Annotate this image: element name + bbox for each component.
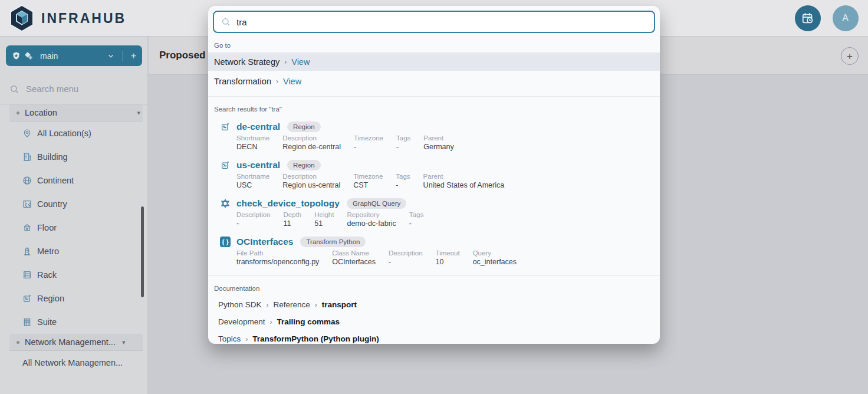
attribute-value: - (396, 143, 410, 151)
country-map-icon (22, 199, 32, 209)
attribute-value: Region us-central (282, 181, 340, 189)
attribute-value: 10 (436, 258, 460, 266)
documentation-link[interactable]: Topics›TransformPython (Python plugin) (218, 334, 660, 343)
result-attribute: Shortname DECN (236, 134, 269, 151)
attribute-value: Germany (423, 143, 453, 151)
documentation-section: Python SDK›Reference›transportDevelopmen… (208, 300, 660, 343)
sidebar-item[interactable]: All Network Managemen... (9, 351, 143, 375)
result-attribute: Tags - (396, 173, 410, 189)
result-title[interactable]: us-central (236, 160, 280, 170)
avatar-initial: A (842, 13, 849, 24)
doc-breadcrumb-segment: Topics (218, 334, 241, 343)
goto-row[interactable]: Network Strategy › View (208, 52, 660, 71)
region-image-icon (22, 294, 32, 303)
chevron-right-icon: › (315, 301, 317, 309)
attribute-label: Tags (396, 173, 410, 180)
attribute-value: - (354, 143, 383, 151)
attribute-label: Repository (347, 211, 396, 218)
add-button[interactable]: + (841, 47, 859, 65)
global-search-input[interactable] (236, 17, 647, 27)
result-title[interactable]: OCInterfaces (236, 237, 293, 247)
result-kind-badge: Region (287, 160, 320, 170)
result-attribute: Query oc_interfaces (473, 249, 517, 266)
sidebar-item-label: Rack (37, 270, 57, 280)
sidebar-scrollbar[interactable] (141, 206, 144, 297)
sidebar-item[interactable]: All Location(s) (9, 122, 143, 145)
schedule-button[interactable] (795, 5, 821, 31)
result-attribute: Description Region us-central (282, 173, 340, 189)
sidebar-item[interactable]: Continent (9, 169, 143, 192)
attribute-label: Query (473, 249, 517, 257)
git-branch-icon (24, 51, 33, 60)
sidebar-item[interactable]: Floor (9, 216, 143, 239)
caret-down-icon: ▾ (137, 109, 140, 117)
attribute-label: Description (389, 249, 423, 257)
attribute-label: Shortname (236, 134, 269, 142)
attribute-label: Parent (423, 134, 453, 142)
sidebar-menu-search[interactable]: Search menu (9, 84, 139, 94)
new-branch-plus-icon[interactable]: + (131, 51, 136, 61)
page-title: Proposed (159, 50, 205, 61)
doc-breadcrumb-segment: Development (218, 317, 265, 326)
search-icon (221, 17, 231, 27)
result-kind-badge: Transform Python (300, 237, 366, 247)
sidebar-item[interactable]: Country (9, 192, 143, 216)
result-attribute: Class Name OCInterfaces (332, 249, 376, 266)
sidebar-section-1[interactable]: Network Management... ▾ (9, 334, 143, 351)
sidebar-item[interactable]: Rack (9, 263, 143, 287)
result-title[interactable]: de-central (236, 122, 280, 132)
view-link[interactable]: View (291, 57, 310, 67)
sidebar-section-0[interactable]: Location ▾ (9, 104, 143, 122)
attribute-label: Description (282, 173, 340, 180)
menu-search-placeholder: Search menu (26, 84, 78, 94)
doc-target: TransformPython (Python plugin) (252, 334, 379, 343)
result-attribute: Timezone CST (353, 173, 383, 189)
sidebar-item[interactable]: Suite (9, 310, 143, 334)
sidebar-menu: Location ▾ All Location(s) Building Cont… (9, 104, 143, 394)
search-result[interactable]: us-central Region Shortname USC Descript… (208, 160, 660, 189)
search-result[interactable]: { } OCInterfaces Transform Python File P… (208, 237, 660, 266)
result-attribute: Repository demo-dc-fabric (347, 211, 396, 228)
goto-target: Network Strategy (214, 57, 280, 67)
sidebar-item[interactable]: Metro (9, 239, 143, 263)
doc-target: Trailing commas (277, 317, 340, 326)
global-search-box[interactable] (213, 11, 655, 33)
sidebar-item[interactable]: Building (9, 145, 143, 169)
branch-selector[interactable]: main + (6, 45, 142, 66)
attribute-label: Tags (396, 134, 410, 142)
branch-name: main (40, 51, 103, 61)
attribute-value: DECN (236, 143, 269, 151)
result-attribute: Description - (389, 249, 423, 266)
results-section: de-central Region Shortname DECN Descrip… (208, 122, 660, 266)
result-attribute: Tags - (396, 134, 410, 151)
attribute-label: Description (282, 134, 341, 142)
chevron-right-icon: › (245, 335, 248, 343)
search-result[interactable]: de-central Region Shortname DECN Descrip… (208, 122, 660, 151)
documentation-section-label: Documentation (214, 285, 660, 292)
view-link[interactable]: View (283, 77, 301, 86)
documentation-link[interactable]: Python SDK›Reference›transport (218, 300, 660, 309)
attribute-value: - (389, 258, 423, 266)
location-pin-icon (22, 129, 32, 138)
attribute-label: Parent (423, 173, 505, 180)
search-result[interactable]: check_device_topology GraphQL Query Desc… (208, 198, 660, 228)
attribute-label: Description (236, 211, 271, 218)
calendar-clock-icon (801, 12, 814, 25)
attribute-value: - (409, 219, 423, 228)
attribute-label: Depth (284, 211, 302, 218)
sidebar-item-label: Country (37, 199, 67, 209)
attribute-value: USC (236, 181, 269, 189)
result-attribute: Timeout 10 (436, 249, 460, 266)
attribute-value: OCInterfaces (332, 258, 376, 266)
attribute-value: 51 (314, 219, 334, 228)
result-title[interactable]: check_device_topology (236, 198, 340, 209)
attribute-label: File Path (236, 249, 319, 257)
goto-row[interactable]: Transformation › View (208, 72, 660, 90)
sidebar-item-label: Region (37, 294, 64, 303)
global-search-modal: Go to Network Strategy › View Transforma… (208, 6, 660, 344)
brand-logo[interactable]: INFRAHUB (8, 4, 126, 32)
sidebar-item-label: All Location(s) (37, 129, 91, 138)
documentation-link[interactable]: Development›Trailing commas (218, 317, 660, 326)
user-avatar[interactable]: A (833, 5, 859, 31)
sidebar-item[interactable]: Region (9, 287, 143, 310)
